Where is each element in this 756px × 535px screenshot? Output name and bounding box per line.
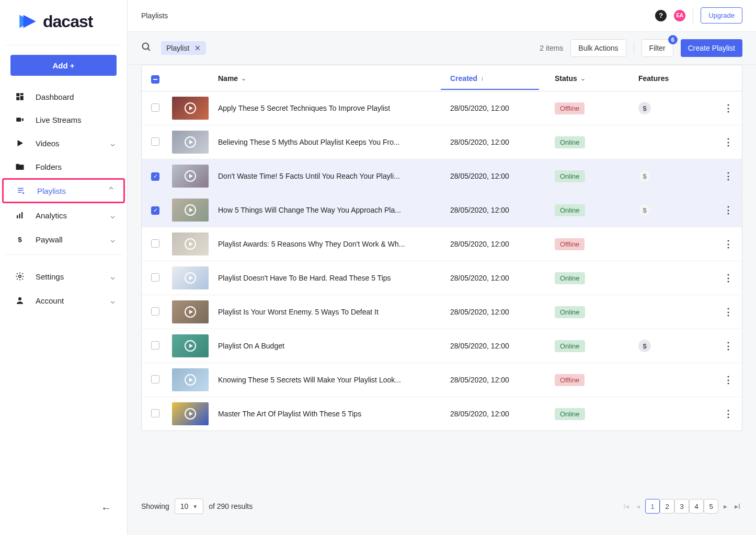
table-row[interactable]: Master The Art Of Playlist With These 5 … <box>142 397 742 431</box>
page-button-5[interactable]: 5 <box>704 499 718 514</box>
table-row[interactable]: Knowing These 5 Secrets Will Make Your P… <box>142 363 742 397</box>
row-menu-icon[interactable]: ⋮ <box>724 273 732 283</box>
table-row[interactable]: Playlist Is Your Worst Enemy. 5 Ways To … <box>142 295 742 329</box>
playlist-thumbnail[interactable] <box>172 402 209 425</box>
page-button-4[interactable]: 4 <box>689 499 704 514</box>
last-page-icon[interactable]: ▸I <box>732 502 742 510</box>
table-row[interactable]: ✓How 5 Things Will Change The Way You Ap… <box>142 193 742 227</box>
play-icon <box>185 374 196 386</box>
row-checkbox[interactable] <box>151 341 159 350</box>
filter-chip[interactable]: Playlist ✕ <box>161 41 206 55</box>
sidebar-item-videos[interactable]: Videos⌄ <box>0 131 127 155</box>
row-menu-icon[interactable]: ⋮ <box>724 239 732 249</box>
playlist-created: 28/05/2020, 12:00 <box>450 376 555 384</box>
play-icon <box>185 340 196 352</box>
table-row[interactable]: ✓Don't Waste Time! 5 Facts Until You Rea… <box>142 159 742 193</box>
row-checkbox[interactable] <box>151 273 159 282</box>
avatar[interactable]: EA <box>674 10 685 21</box>
play-icon <box>185 238 196 250</box>
svg-line-15 <box>148 48 150 50</box>
playlist-thumbnail[interactable] <box>172 165 209 188</box>
row-checkbox[interactable] <box>151 307 159 316</box>
page-button-1[interactable]: 1 <box>645 499 660 514</box>
upgrade-button[interactable]: Upgrade <box>701 7 742 24</box>
sidebar-item-dashboard[interactable]: Dashboard <box>0 85 127 108</box>
status-badge: Online <box>555 204 585 216</box>
row-checkbox[interactable] <box>151 375 159 383</box>
analytics-icon <box>15 210 25 220</box>
table-row[interactable]: Playlist Doesn't Have To Be Hard. Read T… <box>142 261 742 295</box>
sidebar-item-label: Videos <box>36 139 98 148</box>
row-checkbox[interactable] <box>151 137 159 146</box>
row-checkbox[interactable] <box>151 409 159 417</box>
help-icon[interactable]: ? <box>655 10 667 21</box>
row-checkbox[interactable]: ✓ <box>151 206 159 215</box>
search-icon[interactable] <box>141 42 152 55</box>
status-badge: Online <box>555 340 585 352</box>
row-menu-icon[interactable]: ⋮ <box>724 307 732 317</box>
page-button-3[interactable]: 3 <box>674 499 689 514</box>
sidebar-item-label: Playlists <box>37 187 97 195</box>
row-menu-icon[interactable]: ⋮ <box>724 103 732 113</box>
row-menu-icon[interactable]: ⋮ <box>724 341 732 351</box>
sidebar-item-live-streams[interactable]: Live Streams <box>0 108 127 131</box>
chevron-down-icon: ⌄ <box>109 137 117 149</box>
table-row[interactable]: Playlist Awards: 5 Reasons Why They Don'… <box>142 227 742 261</box>
svg-rect-10 <box>21 212 22 218</box>
of-results-label: of 290 results <box>209 502 253 510</box>
divider <box>634 42 634 54</box>
playlist-thumbnail[interactable] <box>172 199 209 222</box>
close-icon[interactable]: ✕ <box>194 44 201 52</box>
sidebar-item-folders[interactable]: Folders <box>0 155 127 178</box>
topbar: Playlists ? EA Upgrade <box>128 0 756 31</box>
first-page-icon[interactable]: I◂ <box>621 502 631 510</box>
select-all-checkbox[interactable] <box>151 75 159 84</box>
next-page-icon[interactable]: ▸ <box>721 502 729 510</box>
row-menu-icon[interactable]: ⋮ <box>724 171 732 181</box>
row-menu-icon[interactable]: ⋮ <box>724 205 732 215</box>
play-icon <box>185 408 196 420</box>
table-row[interactable]: Believing These 5 Myths About Playlist K… <box>142 125 742 159</box>
filter-badge: 6 <box>668 35 678 44</box>
playlist-name: Apply These 5 Secret Techniques To Impro… <box>218 104 450 112</box>
divider <box>693 8 693 23</box>
playlist-created: 28/05/2020, 12:00 <box>450 274 555 282</box>
playlist-thumbnail[interactable] <box>172 97 209 120</box>
playlist-thumbnail[interactable] <box>172 232 209 255</box>
playlist-created: 28/05/2020, 12:00 <box>450 172 555 180</box>
row-menu-icon[interactable]: ⋮ <box>724 375 732 385</box>
sidebar-item-playlists[interactable]: Playlists⌃ <box>2 178 125 203</box>
playlist-thumbnail[interactable] <box>172 300 209 323</box>
column-name[interactable]: Name ⌄ <box>218 74 450 83</box>
playlist-icon <box>16 185 27 196</box>
create-playlist-button[interactable]: Create Playlist <box>681 39 742 57</box>
prev-page-icon[interactable]: ◂ <box>634 502 642 510</box>
playlist-thumbnail[interactable] <box>172 368 209 391</box>
brand-logo[interactable]: dacast <box>0 0 127 45</box>
play-icon <box>185 272 196 284</box>
sidebar-item-settings[interactable]: Settings⌄ <box>0 264 127 288</box>
column-created[interactable]: Created ↓ <box>450 74 555 83</box>
collapse-sidebar-icon[interactable]: ← <box>96 497 117 519</box>
column-status[interactable]: Status ⌄ <box>555 74 638 83</box>
table-row[interactable]: Apply These 5 Secret Techniques To Impro… <box>142 91 742 125</box>
sidebar-item-analytics[interactable]: Analytics⌄ <box>0 203 127 227</box>
sidebar-item-label: Live Streams <box>36 115 117 124</box>
sidebar-item-account[interactable]: Account⌄ <box>0 288 127 312</box>
bulk-actions-button[interactable]: Bulk Actions <box>570 39 626 57</box>
table-row[interactable]: Playlist On A Budget28/05/2020, 12:00Onl… <box>142 329 742 363</box>
page-button-2[interactable]: 2 <box>660 499 674 514</box>
row-checkbox[interactable] <box>151 239 159 248</box>
playlist-thumbnail[interactable] <box>172 334 209 357</box>
playlist-name: Playlist On A Budget <box>218 342 450 350</box>
row-menu-icon[interactable]: ⋮ <box>724 137 732 147</box>
playlist-thumbnail[interactable] <box>172 266 209 289</box>
playlist-thumbnail[interactable] <box>172 131 209 154</box>
row-menu-icon[interactable]: ⋮ <box>724 409 732 419</box>
row-checkbox[interactable] <box>151 103 159 112</box>
row-checkbox[interactable]: ✓ <box>151 172 159 181</box>
svg-rect-3 <box>16 97 19 100</box>
page-size-select[interactable]: 10 ▼ <box>175 498 203 514</box>
sidebar-item-paywall[interactable]: $Paywall⌄ <box>0 227 127 251</box>
add-button[interactable]: Add + <box>10 55 117 76</box>
